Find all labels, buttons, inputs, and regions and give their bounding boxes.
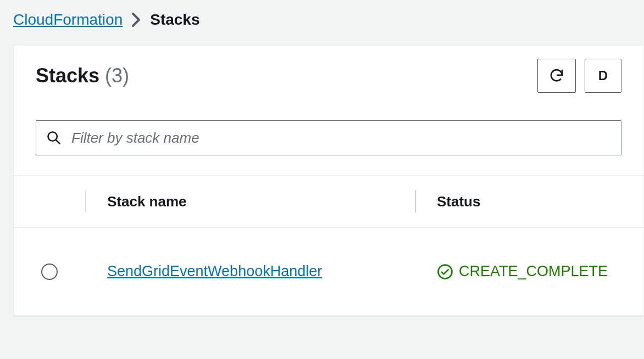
- table-header: Stack name Status: [14, 175, 643, 228]
- breadcrumb-current: Stacks: [150, 11, 199, 29]
- svg-line-1: [56, 140, 59, 143]
- breadcrumb: CloudFormation Stacks: [0, 0, 644, 45]
- col-stack-name[interactable]: Stack name: [85, 193, 415, 210]
- filter-input[interactable]: [71, 130, 611, 147]
- chevron-right-icon: [131, 12, 141, 27]
- refresh-button[interactable]: [537, 59, 576, 93]
- row-status-cell: CREATE_COMPLETE: [415, 263, 643, 280]
- row-select-cell: [14, 263, 85, 280]
- check-circle-icon: [437, 263, 453, 280]
- refresh-icon: [548, 68, 565, 84]
- header-actions: D: [537, 59, 621, 93]
- page-title: Stacks (3): [36, 64, 129, 87]
- stacks-count: (3): [105, 64, 129, 87]
- col-status[interactable]: Status: [415, 193, 643, 210]
- row-name-cell: SendGridEventWebhookHandler: [85, 263, 415, 280]
- stacks-table: Stack name Status SendGridEventWebhookHa…: [14, 175, 643, 316]
- row-radio[interactable]: [41, 263, 58, 280]
- status-text: CREATE_COMPLETE: [459, 263, 608, 280]
- stacks-panel: Stacks (3) D: [13, 45, 644, 316]
- title-text: Stacks: [36, 64, 99, 87]
- search-icon: [46, 130, 62, 145]
- filter-box[interactable]: [36, 120, 621, 155]
- panel-header: Stacks (3) D: [14, 46, 643, 98]
- table-row: SendGridEventWebhookHandler CREATE_COMPL…: [14, 228, 643, 316]
- filter-container: [14, 98, 643, 175]
- stack-link[interactable]: SendGridEventWebhookHandler: [107, 263, 322, 279]
- delete-button[interactable]: D: [585, 59, 621, 93]
- breadcrumb-root[interactable]: CloudFormation: [13, 11, 123, 29]
